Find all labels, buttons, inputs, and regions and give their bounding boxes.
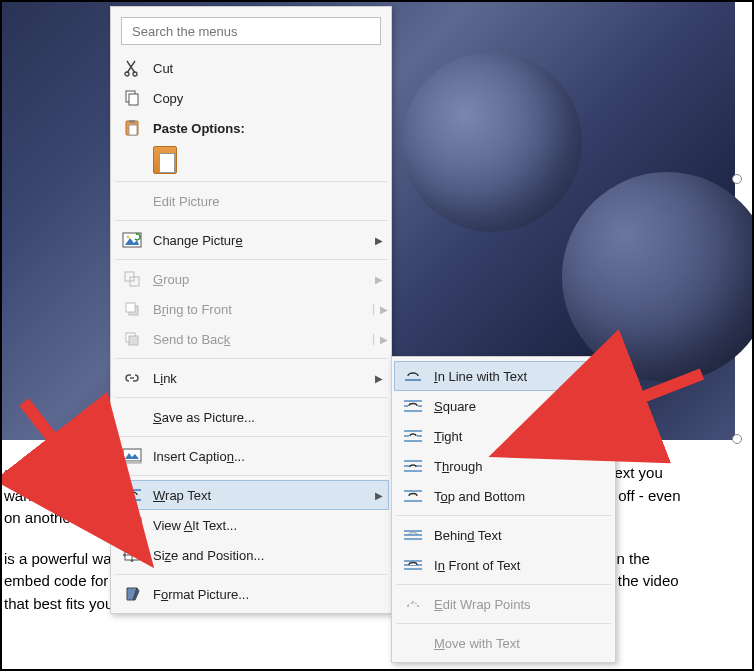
svg-marker-29: [123, 553, 125, 557]
submenu-in-front[interactable]: In Front of Text: [394, 550, 613, 580]
svg-rect-16: [129, 336, 138, 345]
tight-wrap-icon: [402, 425, 424, 447]
menu-format-picture[interactable]: Format Picture...: [113, 579, 389, 609]
submenu-square[interactable]: Square: [394, 391, 613, 421]
blank-icon: [402, 632, 424, 654]
behind-text-icon: [402, 524, 424, 546]
blank-icon: [121, 406, 143, 428]
svg-point-0: [125, 72, 129, 76]
menu-separator: [396, 623, 611, 624]
menu-separator: [115, 475, 387, 476]
chevron-right-icon: ▶: [373, 304, 383, 315]
chevron-right-icon: ▶: [373, 373, 383, 384]
menu-copy[interactable]: Copy: [113, 83, 389, 113]
menu-save-as-picture[interactable]: Save as Picture...: [113, 402, 389, 432]
group-icon: [121, 268, 143, 290]
menu-view-alt-text[interactable]: ab View Alt Text...: [113, 510, 389, 540]
submenu-behind[interactable]: Behind Text: [394, 520, 613, 550]
menu-separator: [396, 584, 611, 585]
copy-icon: [121, 87, 143, 109]
svg-marker-31: [130, 548, 134, 550]
paste-options-row: [113, 143, 389, 177]
insert-caption-icon: [121, 445, 143, 467]
menu-wrap-text[interactable]: Wrap Text ▶: [113, 480, 389, 510]
in-front-text-icon: [402, 554, 424, 576]
submenu-top-bottom[interactable]: Top and Bottom: [394, 481, 613, 511]
link-icon: [121, 367, 143, 389]
change-picture-icon: [121, 229, 143, 251]
menu-separator: [115, 259, 387, 260]
wrap-text-submenu: In Line with Text Square Tight Through T…: [391, 356, 616, 663]
alt-text-icon: ab: [121, 514, 143, 536]
format-picture-icon: [121, 583, 143, 605]
edit-wrap-points-icon: [402, 593, 424, 615]
chevron-right-icon: ▶: [373, 235, 383, 246]
menu-separator: [115, 220, 387, 221]
menu-separator: [396, 515, 611, 516]
menu-group: Group ▶: [113, 264, 389, 294]
menu-change-picture[interactable]: Change Picture ▶: [113, 225, 389, 255]
size-position-icon: [121, 544, 143, 566]
submenu-through[interactable]: Through: [394, 451, 613, 481]
menu-cut[interactable]: Cut: [113, 53, 389, 83]
paste-option-keep-source[interactable]: [153, 146, 177, 174]
svg-rect-17: [123, 449, 141, 461]
svg-rect-6: [129, 125, 137, 135]
svg-rect-56: [407, 605, 409, 607]
menu-separator: [115, 181, 387, 182]
menu-bring-to-front: Bring to Front ▶: [113, 294, 389, 324]
scissors-icon: [121, 57, 143, 79]
menu-separator: [115, 358, 387, 359]
menu-insert-caption[interactable]: Insert Caption...: [113, 441, 389, 471]
svg-text:ab: ab: [135, 527, 141, 533]
menu-edit-picture: Edit Picture: [113, 186, 389, 216]
top-bottom-wrap-icon: [402, 485, 424, 507]
context-menu: Search the menus Cut Copy Paste Options:…: [110, 6, 392, 614]
submenu-edit-wrap-points: Edit Wrap Points: [394, 589, 613, 619]
through-wrap-icon: [402, 455, 424, 477]
bring-to-front-icon: [121, 298, 143, 320]
svg-point-1: [133, 72, 137, 76]
selection-handle-bottom-right[interactable]: [732, 434, 742, 444]
svg-rect-5: [129, 120, 135, 123]
menu-link[interactable]: Link ▶: [113, 363, 389, 393]
blank-icon: [121, 190, 143, 212]
submenu-tight[interactable]: Tight: [394, 421, 613, 451]
send-to-back-icon: [121, 328, 143, 350]
submenu-inline[interactable]: In Line with Text: [394, 361, 613, 391]
svg-rect-3: [129, 94, 138, 105]
chevron-right-icon: ▶: [373, 334, 383, 345]
menu-separator: [115, 436, 387, 437]
svg-rect-19: [123, 461, 141, 463]
submenu-move-with-text: Move with Text: [394, 628, 613, 658]
svg-rect-57: [412, 601, 414, 603]
menu-separator: [115, 574, 387, 575]
svg-rect-58: [417, 605, 419, 607]
search-menus-input[interactable]: Search the menus: [121, 17, 381, 45]
svg-marker-30: [139, 553, 141, 557]
menu-separator: [115, 397, 387, 398]
menu-paste-options: Paste Options:: [113, 113, 389, 143]
chevron-right-icon: ▶: [373, 274, 383, 285]
wrap-text-icon: [121, 484, 143, 506]
menu-size-and-position[interactable]: Size and Position...: [113, 540, 389, 570]
square-wrap-icon: [402, 395, 424, 417]
svg-point-9: [127, 236, 130, 239]
clipboard-icon: [121, 117, 143, 139]
selection-handle-right[interactable]: [732, 174, 742, 184]
svg-rect-14: [126, 303, 135, 312]
menu-send-to-back: Send to Back ▶: [113, 324, 389, 354]
svg-marker-32: [130, 560, 134, 562]
inline-text-icon: [402, 365, 424, 387]
chevron-right-icon: ▶: [373, 490, 383, 501]
